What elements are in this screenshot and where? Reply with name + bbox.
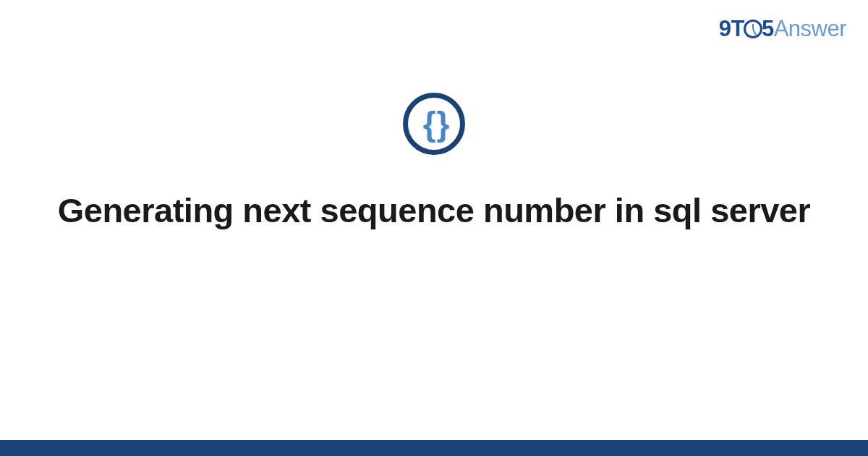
code-braces-icon: { } (403, 93, 465, 155)
logo-five: 5 (762, 16, 774, 41)
footer-accent-bar (0, 440, 868, 456)
page-title: Generating next sequence number in sql s… (58, 190, 811, 231)
logo-t: T (731, 16, 744, 41)
braces-glyph: { } (423, 107, 446, 140)
logo-answer: Answer (774, 16, 846, 41)
main-content: { } Generating next sequence number in s… (0, 93, 868, 231)
clock-icon (744, 20, 762, 38)
site-logo[interactable]: 9T5Answer (719, 16, 846, 42)
logo-nine: 9 (719, 16, 731, 41)
